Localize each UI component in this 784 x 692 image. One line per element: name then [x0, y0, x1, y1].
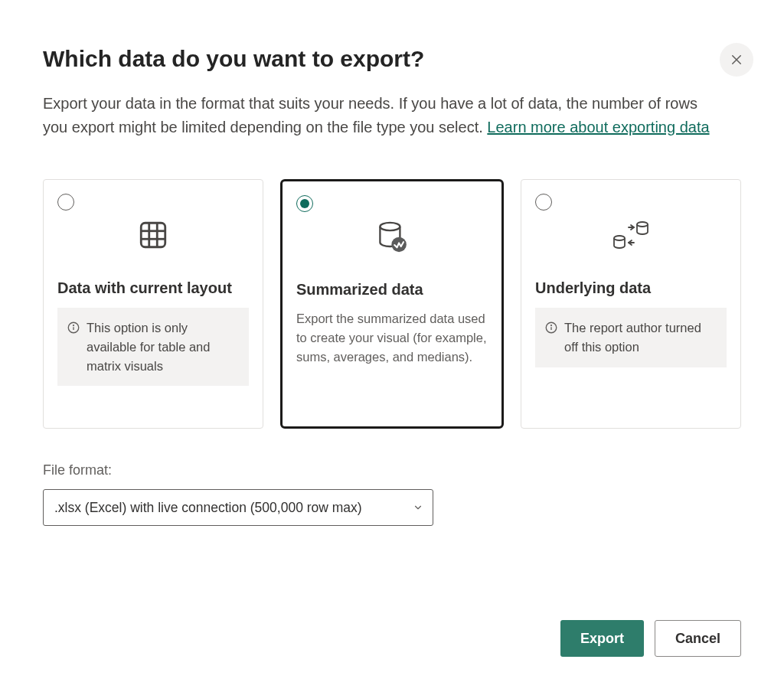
- summarized-data-icon: [296, 215, 488, 258]
- card-underlying-data[interactable]: Underlying data The report author turned…: [521, 179, 741, 429]
- svg-point-9: [74, 325, 74, 326]
- radio-summarized-data[interactable]: [296, 195, 313, 212]
- svg-point-13: [637, 222, 648, 227]
- svg-point-10: [380, 223, 400, 230]
- card-warning-underlying: The report author turned off this option: [535, 308, 727, 367]
- card-title-layout: Data with current layout: [57, 279, 249, 297]
- svg-point-12: [614, 236, 625, 240]
- svg-rect-2: [141, 223, 165, 247]
- info-icon: [67, 321, 80, 335]
- dialog-description: Export your data in the format that suit…: [43, 92, 717, 139]
- info-icon: [544, 321, 558, 335]
- underlying-data-icon: [535, 214, 727, 256]
- card-data-current-layout[interactable]: Data with current layout This option is …: [43, 179, 263, 429]
- card-title-underlying: Underlying data: [535, 279, 727, 297]
- close-button[interactable]: [720, 43, 753, 77]
- learn-more-link[interactable]: Learn more about exporting data: [487, 119, 709, 135]
- export-button[interactable]: Export: [560, 620, 644, 657]
- file-format-select[interactable]: .xlsx (Excel) with live connection (500,…: [43, 489, 433, 526]
- card-desc-summarized: Export the summarized data used to creat…: [296, 309, 488, 366]
- card-warning-text-layout: This option is only available for table …: [87, 318, 240, 375]
- cancel-button[interactable]: Cancel: [655, 620, 741, 657]
- file-format-label: File format:: [43, 462, 741, 478]
- card-warning-layout: This option is only available for table …: [57, 308, 249, 386]
- dialog-title: Which data do you want to export?: [43, 46, 741, 72]
- export-option-cards: Data with current layout This option is …: [43, 179, 741, 429]
- card-title-summarized: Summarized data: [296, 281, 488, 299]
- svg-point-16: [551, 325, 552, 326]
- card-summarized-data[interactable]: Summarized data Export the summarized da…: [280, 179, 504, 429]
- file-format-selected-text: .xlsx (Excel) with live connection (500,…: [54, 500, 362, 516]
- export-data-dialog: Which data do you want to export? Export…: [0, 0, 784, 692]
- card-warning-text-underlying: The report author turned off this option: [564, 318, 717, 357]
- table-grid-icon: [57, 214, 249, 256]
- close-icon: [730, 53, 743, 67]
- dialog-footer: Export Cancel: [560, 620, 741, 657]
- radio-underlying-data[interactable]: [535, 194, 552, 211]
- chevron-down-icon: [413, 502, 423, 513]
- radio-data-current-layout[interactable]: [57, 194, 74, 211]
